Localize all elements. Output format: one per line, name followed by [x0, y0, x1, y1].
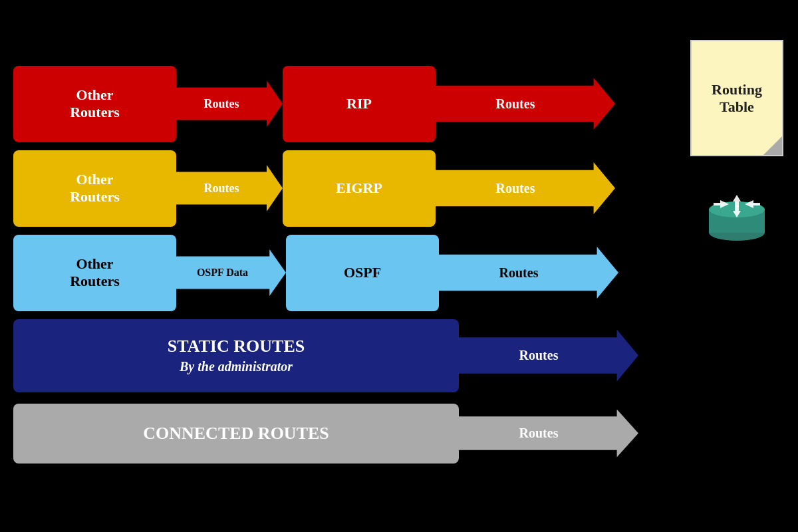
static-line2: By the administrator — [168, 359, 305, 374]
routing-table-label: RoutingTable — [712, 81, 762, 116]
ospf-arrow1-container: OSPF Data — [176, 235, 286, 311]
rip-protocol-label: RIP — [346, 95, 372, 112]
ospf-source-box: OtherRouters — [13, 235, 176, 311]
ospf-arrow2-container: Routes — [439, 235, 618, 311]
right-panel: RoutingTable — [690, 40, 783, 243]
rip-arrow1-label: Routes — [204, 97, 239, 111]
eigrp-row: OtherRouters Routes EIGRP Routes — [13, 150, 785, 227]
eigrp-arrow2-label: Routes — [496, 181, 535, 196]
static-label: STATIC ROUTES By the administrator — [168, 336, 305, 374]
rip-source-label: OtherRouters — [70, 86, 120, 121]
connected-source-box: CONNECTED ROUTES — [13, 404, 459, 464]
rip-arrow2: Routes — [436, 78, 615, 130]
rip-source-box: OtherRouters — [13, 66, 176, 142]
rip-arrow2-container: Routes — [436, 66, 615, 142]
rip-arrow2-label: Routes — [496, 96, 535, 112]
connected-label: CONNECTED ROUTES — [143, 424, 329, 444]
ospf-arrow2: Routes — [439, 247, 618, 299]
routing-table-corner — [763, 136, 782, 155]
ospf-arrow1: OSPF Data — [176, 249, 286, 296]
connected-arrow-container: Routes — [459, 400, 638, 467]
router-icon — [704, 190, 770, 243]
eigrp-protocol-label: EIGRP — [336, 180, 382, 197]
ospf-source-label: OtherRouters — [70, 255, 120, 290]
diagram-container: OtherRouters Routes RIP Routes OtherRout… — [0, 0, 798, 532]
eigrp-arrow2: Routes — [436, 162, 615, 214]
eigrp-arrow1: Routes — [176, 165, 283, 211]
ospf-arrow2-label: Routes — [499, 265, 539, 281]
routing-table-document: RoutingTable — [690, 40, 783, 156]
rip-protocol-box: RIP — [283, 66, 436, 142]
eigrp-source-label: OtherRouters — [70, 171, 120, 205]
ospf-protocol-box: OSPF — [286, 235, 439, 311]
static-arrow-container: Routes — [459, 319, 638, 392]
rip-row: OtherRouters Routes RIP Routes — [13, 66, 785, 142]
ospf-protocol-label: OSPF — [344, 264, 381, 281]
static-arrow: Routes — [459, 330, 638, 382]
static-source-box: STATIC ROUTES By the administrator — [13, 319, 459, 392]
static-arrow-label: Routes — [519, 348, 559, 363]
connected-row: CONNECTED ROUTES Routes — [13, 400, 785, 467]
static-line1: STATIC ROUTES — [168, 336, 305, 356]
ospf-arrow1-label: OSPF Data — [197, 267, 248, 279]
ospf-row: OtherRouters OSPF Data OSPF Routes — [13, 235, 785, 311]
eigrp-protocol-box: EIGRP — [283, 150, 436, 227]
eigrp-arrow2-container: Routes — [436, 150, 615, 227]
rip-arrow1: Routes — [176, 80, 283, 127]
connected-arrow-label: Routes — [519, 426, 559, 441]
connected-arrow: Routes — [459, 410, 638, 458]
eigrp-arrow1-label: Routes — [204, 182, 239, 196]
static-row: STATIC ROUTES By the administrator Route… — [13, 319, 785, 392]
rip-arrow1-container: Routes — [176, 66, 283, 142]
eigrp-source-box: OtherRouters — [13, 150, 176, 227]
router-svg — [704, 190, 770, 243]
eigrp-arrow1-container: Routes — [176, 150, 283, 227]
